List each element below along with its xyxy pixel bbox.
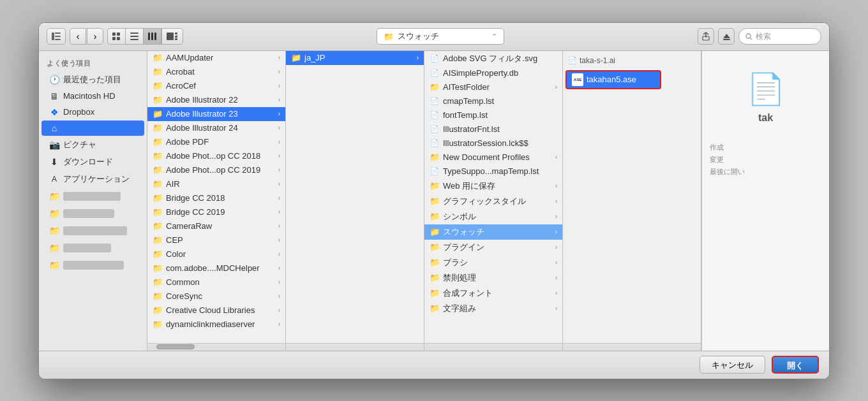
sidebar-item-blurred-2[interactable]: 📁 <box>41 205 144 222</box>
search-placeholder: 検索 <box>756 31 771 42</box>
sidebar-item-blurred-4[interactable]: 📁 <box>41 240 144 256</box>
gallery-view-button[interactable] <box>161 28 183 45</box>
folder-mojigumi[interactable]: 📁 文字組み › <box>424 301 562 316</box>
eject-button[interactable] <box>718 28 735 45</box>
folder-color[interactable]: 📁 Color › <box>147 247 285 261</box>
column-1-scrollbar[interactable] <box>147 343 285 351</box>
column-4-scrollbar[interactable] <box>563 343 701 351</box>
sidebar-item-applications[interactable]: A アプリケーション <box>41 171 144 187</box>
search-bar[interactable]: 検索 <box>738 28 821 45</box>
icon-view-button[interactable] <box>107 28 125 45</box>
share-button[interactable] <box>698 28 714 45</box>
folder-icon: 📁 <box>153 151 163 161</box>
folder-acrobat[interactable]: 📁 Acrobat › <box>147 65 285 79</box>
folder-icon: 📁 <box>153 179 163 189</box>
folder-coresync[interactable]: 📁 CoreSync › <box>147 289 285 303</box>
preview-icon: 📄 <box>747 71 785 107</box>
sidebar-item-blurred-1[interactable]: 📁 <box>41 188 144 205</box>
sidebar-item-pictures[interactable]: 📷 ピクチャ <box>41 136 144 153</box>
column-3-container: 📄 Adobe SVG フィルタ.svg 📄 AISimpleProperty.… <box>424 51 563 351</box>
chevron-right-icon: › <box>278 265 280 272</box>
list-view-button[interactable] <box>125 28 143 45</box>
folder-gosei[interactable]: 📁 合成フォント › <box>424 286 562 301</box>
sidebar-item-recents-label: 最近使った項目 <box>63 74 121 85</box>
folder-kinshi[interactable]: 📁 禁則処理 › <box>424 270 562 286</box>
folder-icon: 📁 <box>153 137 163 147</box>
svg-rect-15 <box>175 33 177 34</box>
folder-air[interactable]: 📁 AIR › <box>147 177 285 191</box>
folder-brushes[interactable]: 📁 ブラシ › <box>424 255 562 270</box>
folder-icon: 📁 <box>430 181 440 191</box>
folder-ai23[interactable]: 📁 Adobe Illustrator 23 › <box>147 107 285 121</box>
folder-icon: 📁 <box>384 32 394 41</box>
chevron-right-icon: › <box>555 305 557 312</box>
chevron-right-icon: › <box>555 213 557 220</box>
folder-websave[interactable]: 📁 Web 用に保存 › <box>424 179 562 194</box>
folder-bridgecc2019[interactable]: 📁 Bridge CC 2019 › <box>147 205 285 219</box>
sidebar-item-dropbox[interactable]: ❖ Dropbox <box>41 105 144 120</box>
folder-symbol[interactable]: 📁 シンボル › <box>424 209 562 224</box>
file-illustratorfnt[interactable]: 📄 IllustratorFnt.lst <box>424 122 562 136</box>
sidebar-item-recents[interactable]: 🕐 最近使った項目 <box>41 71 144 88</box>
folder-acrocef[interactable]: 📁 AcroCef › <box>147 79 285 93</box>
folder-cameraraw[interactable]: 📁 CameraRaw › <box>147 219 285 233</box>
folder-common[interactable]: 📁 Common › <box>147 275 285 289</box>
chevron-right-icon: › <box>555 289 557 296</box>
file-illustratorsession[interactable]: 📄 IllustratorSession.lck$$ <box>424 136 562 150</box>
sidebar-item-home[interactable]: ⌂ <box>41 120 144 136</box>
svg-rect-7 <box>117 37 120 40</box>
folder-cep[interactable]: 📁 CEP › <box>147 233 285 247</box>
folder-icon: 📁 <box>153 123 163 133</box>
preview-meta: 作成 変更 最後に開い <box>710 143 821 179</box>
sidebar-item-blurred-3[interactable]: 📁 <box>41 222 144 239</box>
file-open-dialog: ‹ › 📁 スウォッチ ⌃ <box>38 22 830 379</box>
folder-adobepdf[interactable]: 📁 Adobe PDF › <box>147 135 285 149</box>
folder-icon: 📁 <box>153 109 163 119</box>
open-button[interactable]: 開く <box>772 356 819 374</box>
folder-ai22[interactable]: 📁 Adobe Illustrator 22 › <box>147 93 285 107</box>
folder-bridgecc2018[interactable]: 📁 Bridge CC 2018 › <box>147 191 285 205</box>
sidebar-item-downloads[interactable]: ⬇ ダウンロード <box>41 154 144 170</box>
file-fonttemp[interactable]: 📄 fontTemp.lst <box>424 108 562 122</box>
sidebar-item-blurred-5[interactable]: 📁 <box>41 257 144 273</box>
selected-file-row[interactable]: ASE takahan5.ase <box>565 70 661 89</box>
chevron-right-icon: › <box>278 307 280 314</box>
chevron-right-icon: › <box>278 237 280 244</box>
file-aisimpleprop[interactable]: 📄 AISimpleProperty.db <box>424 66 562 80</box>
back-button[interactable]: ‹ <box>70 28 86 45</box>
folder-icon: 📁 <box>153 53 163 62</box>
cancel-button[interactable]: キャンセル <box>700 356 765 374</box>
column-2-scrollbar[interactable] <box>286 343 424 351</box>
folder-graphicstyles[interactable]: 📁 グラフィックスタイル › <box>424 194 562 209</box>
item-label: Adobe Phot...op CC 2019 <box>166 165 260 175</box>
item-label: ブラシ <box>443 257 468 268</box>
folder-cclibraries[interactable]: 📁 Creative Cloud Libraries › <box>147 303 285 317</box>
forward-button[interactable]: › <box>87 28 103 45</box>
file-svgfilter[interactable]: 📄 Adobe SVG フィルタ.svg <box>424 51 562 66</box>
folder-swatches[interactable]: 📁 スウォッチ › <box>424 224 562 240</box>
folder-plugins[interactable]: 📁 プラグイン › <box>424 240 562 255</box>
folder-newdocprofiles[interactable]: 📁 New Document Profiles › <box>424 150 562 164</box>
location-bar[interactable]: 📁 スウォッチ ⌃ <box>377 28 504 45</box>
folder-photoshop2018[interactable]: 📁 Adobe Phot...op CC 2018 › <box>147 149 285 163</box>
preview-filename: tak <box>758 112 773 124</box>
folder-dynamiclink[interactable]: 📁 dynamiclinkmediaserver › <box>147 317 285 332</box>
folder-photoshop2019[interactable]: 📁 Adobe Phot...op CC 2019 › <box>147 163 285 177</box>
file-cmaptemp[interactable]: 📄 cmapTemp.lst <box>424 94 562 108</box>
folder-icon: 📁 <box>153 221 163 231</box>
folder-aitestfolder[interactable]: 📁 AITestFolder › <box>424 80 562 94</box>
sidebar-item-applications-label: アプリケーション <box>63 173 130 185</box>
folder-aamupdater[interactable]: 📁 AAMUpdater › <box>147 51 285 65</box>
chevron-right-icon: › <box>555 274 557 281</box>
sidebar-item-macintosh[interactable]: 🖥 Macintosh HD <box>41 89 144 104</box>
folder-icon: 📁 <box>430 273 440 282</box>
file-typesuppo[interactable]: 📄 TypeSuppo...mapTemp.lst <box>424 164 562 179</box>
column-3-scrollbar[interactable] <box>424 343 562 351</box>
folder-comadobe[interactable]: 📁 com.adobe....MDCHelper › <box>147 261 285 275</box>
chevron-right-icon: › <box>278 222 280 230</box>
sidebar-toggle-button[interactable] <box>47 28 66 45</box>
folder-jajp[interactable]: 📁 ja_JP › <box>286 51 424 65</box>
folder-ai24[interactable]: 📁 Adobe Illustrator 24 › <box>147 121 285 135</box>
item-label: プラグイン <box>443 242 484 253</box>
column-view-button[interactable] <box>143 28 161 45</box>
